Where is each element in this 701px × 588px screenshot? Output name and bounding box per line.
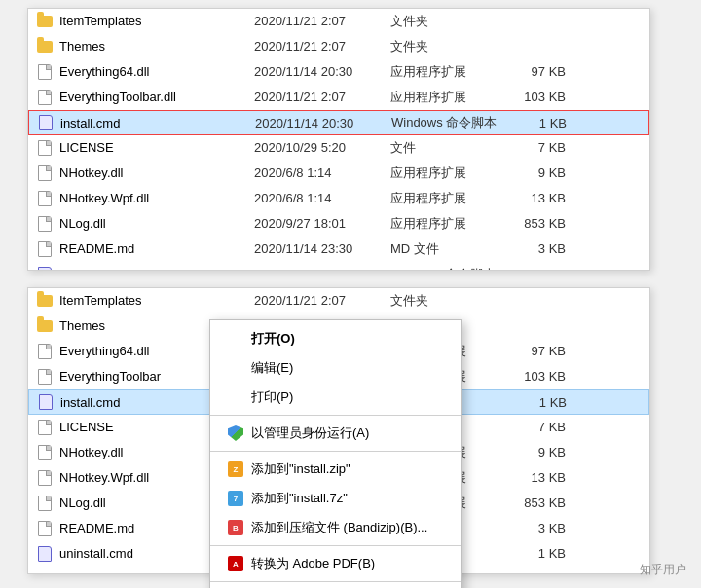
context-menu-item-open[interactable]: 打开(O)	[210, 324, 461, 353]
file-size: 13 KB	[507, 191, 566, 205]
context-menu-item-add-zip[interactable]: Z添加到"install.zip"	[210, 455, 461, 484]
file-type: Windows 命令脚本	[391, 114, 508, 131]
file-name: install.cmd	[60, 116, 255, 130]
table-row[interactable]: README.md2020/11/14 23:30MD 文件3 KB	[28, 237, 649, 262]
file-type: 应用程序扩展	[390, 215, 507, 233]
file-type: 文件夹	[390, 38, 507, 55]
table-row[interactable]: EverythingToolbar.dll2020/11/21 2:07应用程序…	[28, 85, 649, 110]
file-size: 7 KB	[507, 140, 566, 155]
file-name: NLog.dll	[59, 216, 254, 231]
file-size: 97 KB	[507, 344, 566, 358]
folder-icon	[37, 295, 53, 307]
table-row[interactable]: ItemTemplates2020/11/21 2:07文件夹	[28, 288, 649, 313]
file-size: 103 KB	[507, 90, 566, 104]
table-row[interactable]: NHotkey.dll2020/6/8 1:14应用程序扩展9 KB	[28, 161, 649, 186]
file-size: 9 KB	[507, 165, 566, 180]
menu-separator	[210, 451, 461, 452]
file-date: 2020/11/21 2:07	[254, 90, 390, 104]
file-size: 1 KB	[508, 116, 567, 130]
cmd-file-icon	[39, 394, 53, 410]
file-date: 2020/11/14 20:30	[254, 267, 390, 271]
file-type: 文件夹	[390, 292, 507, 310]
context-menu-label: 添加到"install.7z"	[251, 490, 348, 507]
adobe-icon: A	[228, 556, 243, 571]
file-icon	[38, 64, 52, 80]
table-row[interactable]: install.cmd2020/11/14 20:30Windows 命令脚本1…	[28, 110, 649, 135]
watermark: 知乎用户	[640, 562, 686, 578]
file-size: 3 KB	[507, 521, 566, 535]
file-date: 2020/11/14 20:30	[255, 116, 391, 130]
file-type: 应用程序扩展	[390, 89, 507, 106]
file-type: 文件夹	[390, 13, 507, 30]
file-type: 应用程序扩展	[390, 63, 507, 81]
file-type: 应用程序扩展	[390, 190, 507, 207]
file-icon	[38, 445, 52, 460]
cmd-file-icon	[38, 267, 52, 272]
file-icon	[38, 140, 52, 156]
table-row[interactable]: NHotkey.Wpf.dll2020/6/8 1:14应用程序扩展13 KB	[28, 186, 649, 211]
file-date: 2020/11/14 20:30	[254, 64, 390, 79]
context-menu-item-print[interactable]: 打印(P)	[210, 383, 461, 412]
winzip-icon: Z	[228, 461, 243, 477]
file-date: 2020/11/21 2:07	[254, 293, 390, 308]
file-icon	[38, 90, 52, 105]
table-row[interactable]: NLog.dll2020/9/27 18:01应用程序扩展853 KB	[28, 211, 649, 237]
file-type: MD 文件	[390, 240, 507, 258]
folder-icon	[37, 16, 53, 27]
file-size: 13 KB	[507, 470, 566, 485]
context-menu-item-adobe-pdf[interactable]: A转换为 Adobe PDF(B)	[210, 549, 461, 578]
file-size: 1 KB	[508, 395, 567, 410]
file-name: Themes	[59, 39, 254, 54]
file-size: 103 KB	[507, 369, 566, 384]
context-menu-item-add-bandizip[interactable]: B添加到压缩文件 (Bandizip)(B)...	[210, 513, 461, 542]
context-menu-item-add-7z[interactable]: 7添加到"install.7z"	[210, 484, 461, 513]
file-date: 2020/9/27 18:01	[254, 216, 390, 231]
table-row[interactable]: uninstall.cmd2020/11/14 20:30Windows 命令脚…	[28, 262, 649, 271]
bandizip-icon: B	[228, 520, 243, 535]
context-menu-item-edit[interactable]: 编辑(E)	[210, 353, 461, 383]
cmd-file-icon	[39, 115, 53, 130]
file-size: 1 KB	[507, 267, 566, 271]
top-file-explorer: ItemTemplates2020/11/21 2:07文件夹Themes202…	[27, 8, 650, 271]
file-name: README.md	[59, 241, 254, 256]
context-menu-label: 转换为 Adobe PDF(B)	[251, 555, 375, 572]
table-row[interactable]: Everything64.dll2020/11/14 20:30应用程序扩展97…	[28, 59, 649, 85]
menu-separator	[210, 415, 461, 416]
file-name: ItemTemplates	[59, 293, 254, 308]
file-type: 文件	[390, 139, 507, 157]
context-menu-label: 打开(O)	[251, 330, 295, 348]
file-type: Windows 命令脚本	[390, 266, 507, 272]
file-size: 97 KB	[507, 64, 566, 79]
file-icon	[38, 521, 52, 536]
sevenzip-icon: 7	[228, 491, 243, 506]
uac-shield-icon	[228, 425, 243, 441]
file-icon	[38, 470, 52, 486]
folder-icon	[37, 320, 53, 332]
file-icon	[38, 420, 52, 435]
file-name: Everything64.dll	[59, 64, 254, 79]
file-size: 853 KB	[507, 496, 566, 510]
file-icon	[38, 165, 52, 181]
file-icon	[38, 344, 52, 359]
file-name: NHotkey.dll	[59, 165, 254, 180]
table-row[interactable]: LICENSE2020/10/29 5:20文件7 KB	[28, 135, 649, 161]
file-size: 853 KB	[507, 216, 566, 231]
file-name: EverythingToolbar.dll	[59, 90, 254, 104]
cmd-file-icon	[38, 546, 52, 562]
file-size: 1 KB	[507, 546, 566, 561]
context-menu-item-run-admin[interactable]: 以管理员身份运行(A)	[210, 419, 461, 448]
file-size: 7 KB	[507, 420, 566, 434]
file-size: 3 KB	[507, 241, 566, 256]
file-icon	[38, 241, 52, 257]
file-icon	[38, 191, 52, 206]
context-menu-label: 添加到"install.zip"	[251, 460, 350, 478]
table-row[interactable]: ItemTemplates2020/11/21 2:07文件夹	[28, 9, 649, 34]
menu-separator	[210, 545, 461, 546]
file-icon	[38, 369, 52, 385]
file-name: LICENSE	[59, 140, 254, 155]
file-name: NHotkey.Wpf.dll	[59, 191, 254, 205]
file-date: 2020/11/21 2:07	[254, 39, 390, 54]
top-file-list: ItemTemplates2020/11/21 2:07文件夹Themes202…	[28, 9, 649, 270]
table-row[interactable]: Themes2020/11/21 2:07文件夹	[28, 34, 649, 59]
file-date: 2020/11/14 23:30	[254, 241, 390, 256]
